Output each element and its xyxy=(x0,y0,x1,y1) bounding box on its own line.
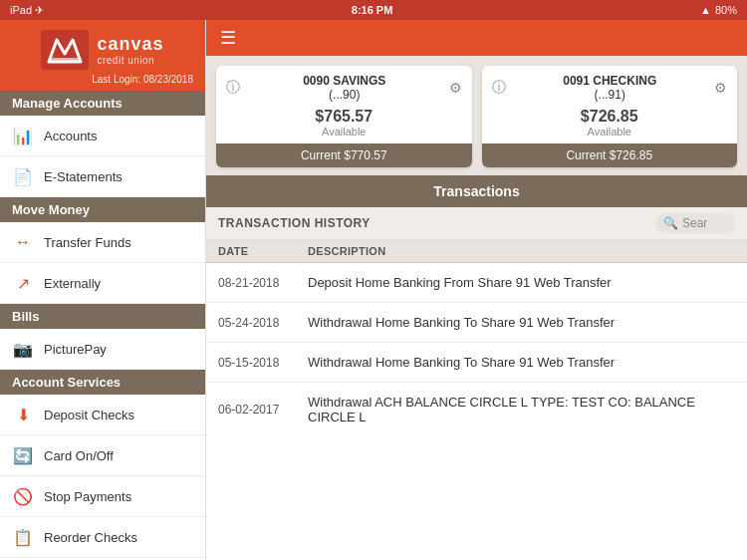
status-right: ▲ 80% xyxy=(700,4,737,16)
sidebar-item-icon: 📊 xyxy=(12,125,34,146)
card-available: Available xyxy=(492,126,728,138)
sidebar-item-label: Transfer Funds xyxy=(44,235,131,250)
status-left: iPad ✈ xyxy=(10,4,44,17)
sidebar-item[interactable]: 📷 PicturePay xyxy=(0,329,205,370)
card-balance-section: $765.57 Available xyxy=(216,106,472,143)
sidebar-item-label: PicturePay xyxy=(44,342,107,357)
battery-text: 80% xyxy=(715,4,737,16)
info-icon[interactable]: ⓘ xyxy=(226,79,240,97)
main-top-bar: ☰ xyxy=(206,20,747,56)
sidebar-item-label: Reorder Checks xyxy=(44,530,137,545)
sidebar-item-icon: ↔ xyxy=(12,231,34,253)
app-container: canvas credit union Last Login: 08/23/20… xyxy=(0,20,747,560)
transactions-list: 08-21-2018 Deposit Home Banking From Sha… xyxy=(206,263,747,560)
search-icon: 🔍 xyxy=(663,216,678,230)
transactions-section: Transactions TRANSACTION HISTORY 🔍 Sear … xyxy=(206,175,747,560)
svg-rect-2 xyxy=(51,58,79,61)
card-title: 0090 SAVINGS(...90) xyxy=(240,74,449,102)
card-available: Available xyxy=(226,126,462,138)
sidebar-section-header: Manage Accounts xyxy=(0,91,205,116)
tx-desc: Deposit Home Banking From Share 91 Web T… xyxy=(308,275,735,290)
transactions-toolbar: TRANSACTION HISTORY 🔍 Sear xyxy=(206,207,747,240)
sidebar-section-header: Move Money xyxy=(0,197,205,222)
tx-desc: Withdrawal ACH BALANCE CIRCLE L TYPE: TE… xyxy=(308,395,735,424)
sidebar-item-icon: ↗ xyxy=(12,272,34,294)
sidebar-item-icon: 🔄 xyxy=(12,444,34,466)
sidebar: canvas credit union Last Login: 08/23/20… xyxy=(0,20,206,560)
sidebar-item-label: Card On/Off xyxy=(44,448,114,463)
canvas-logo-icon xyxy=(41,30,89,70)
card-title: 0091 CHECKING(...91) xyxy=(506,74,715,102)
carrier-text: iPad ✈ xyxy=(10,4,44,17)
tx-date: 08-21-2018 xyxy=(218,276,308,290)
sidebar-item-label: Externally xyxy=(44,276,101,291)
sidebar-item-icon: 📋 xyxy=(12,526,34,548)
main-content: ☰ ⓘ 0090 SAVINGS(...90) ⚙ $765.57 Availa… xyxy=(206,20,747,560)
tx-date: 05-15-2018 xyxy=(218,356,308,370)
transactions-section-title: Transactions xyxy=(206,175,747,207)
sidebar-item[interactable]: 📄 E-Statements xyxy=(0,156,205,197)
sidebar-header: canvas credit union Last Login: 08/23/20… xyxy=(0,20,205,91)
last-login: Last Login: 08/23/2018 xyxy=(92,74,193,85)
sidebar-item-label: Accounts xyxy=(44,129,97,143)
sidebar-item-icon: ⬇ xyxy=(12,404,34,425)
account-card: ⓘ 0091 CHECKING(...91) ⚙ $726.85 Availab… xyxy=(482,66,738,167)
col-date-header: DATE xyxy=(218,245,308,257)
status-time: 8:16 PM xyxy=(352,4,393,16)
sidebar-item-label: Deposit Checks xyxy=(44,408,134,422)
tx-desc: Withdrawal Home Banking To Share 91 Web … xyxy=(308,315,735,330)
tx-date: 05-24-2018 xyxy=(218,316,308,330)
sidebar-item-icon: 🚫 xyxy=(12,485,34,507)
account-card: ⓘ 0090 SAVINGS(...90) ⚙ $765.57 Availabl… xyxy=(216,66,472,167)
tx-date: 06-02-2017 xyxy=(218,403,308,417)
sidebar-item[interactable]: 🚫 Stop Payments xyxy=(0,476,205,517)
logo-container: canvas credit union xyxy=(41,30,163,70)
sidebar-section-header: Bills xyxy=(0,304,205,329)
sidebar-item-icon: 📄 xyxy=(12,165,34,187)
hamburger-icon[interactable]: ☰ xyxy=(220,27,236,49)
search-text: Sear xyxy=(682,216,707,230)
sidebar-item-icon: 📷 xyxy=(12,338,34,360)
logo-text-container: canvas credit union xyxy=(97,34,163,66)
info-icon[interactable]: ⓘ xyxy=(492,79,506,97)
sidebar-item-label: E-Statements xyxy=(44,169,123,184)
sidebar-item[interactable]: 🔄 Card On/Off xyxy=(0,435,205,476)
table-row[interactable]: 06-02-2017 Withdrawal ACH BALANCE CIRCLE… xyxy=(206,383,747,436)
sidebar-item[interactable]: 📊 Accounts xyxy=(0,116,205,156)
card-current: Current $770.57 xyxy=(216,143,472,167)
sidebar-item[interactable]: ↗ Externally xyxy=(0,263,205,304)
card-top: ⓘ 0090 SAVINGS(...90) ⚙ xyxy=(216,66,472,106)
card-current: Current $726.85 xyxy=(482,143,738,167)
wifi-icon: ▲ xyxy=(700,4,711,16)
gear-icon[interactable]: ⚙ xyxy=(449,80,462,96)
card-balance-amount: $726.85 xyxy=(492,108,728,126)
card-balance-section: $726.85 Available xyxy=(482,106,738,143)
table-header: DATE DESCRIPTION xyxy=(206,240,747,263)
gear-icon[interactable]: ⚙ xyxy=(714,80,727,96)
logo-name: canvas xyxy=(97,34,163,55)
table-row[interactable]: 05-15-2018 Withdrawal Home Banking To Sh… xyxy=(206,343,747,383)
card-top: ⓘ 0091 CHECKING(...91) ⚙ xyxy=(482,66,738,106)
card-balance-amount: $765.57 xyxy=(226,108,462,126)
sidebar-sections: Manage Accounts 📊 Accounts 📄 E-Statement… xyxy=(0,91,205,560)
sidebar-item[interactable]: 📋 Reorder Checks xyxy=(0,517,205,558)
col-desc-header: DESCRIPTION xyxy=(308,245,735,257)
status-bar: iPad ✈ 8:16 PM ▲ 80% xyxy=(0,0,747,20)
account-cards: ⓘ 0090 SAVINGS(...90) ⚙ $765.57 Availabl… xyxy=(206,56,747,175)
svg-rect-0 xyxy=(41,30,89,70)
table-row[interactable]: 05-24-2018 Withdrawal Home Banking To Sh… xyxy=(206,303,747,343)
transactions-history-label: TRANSACTION HISTORY xyxy=(218,216,371,230)
sidebar-section-header: Account Services xyxy=(0,370,205,395)
table-row[interactable]: 08-21-2018 Deposit Home Banking From Sha… xyxy=(206,263,747,303)
search-box[interactable]: 🔍 Sear xyxy=(655,213,735,233)
sidebar-item[interactable]: ⬇ Deposit Checks xyxy=(0,395,205,435)
tx-desc: Withdrawal Home Banking To Share 91 Web … xyxy=(308,355,735,370)
sidebar-item-label: Stop Payments xyxy=(44,489,131,504)
logo-subtitle: credit union xyxy=(97,55,163,66)
sidebar-item[interactable]: ↔ Transfer Funds xyxy=(0,222,205,263)
